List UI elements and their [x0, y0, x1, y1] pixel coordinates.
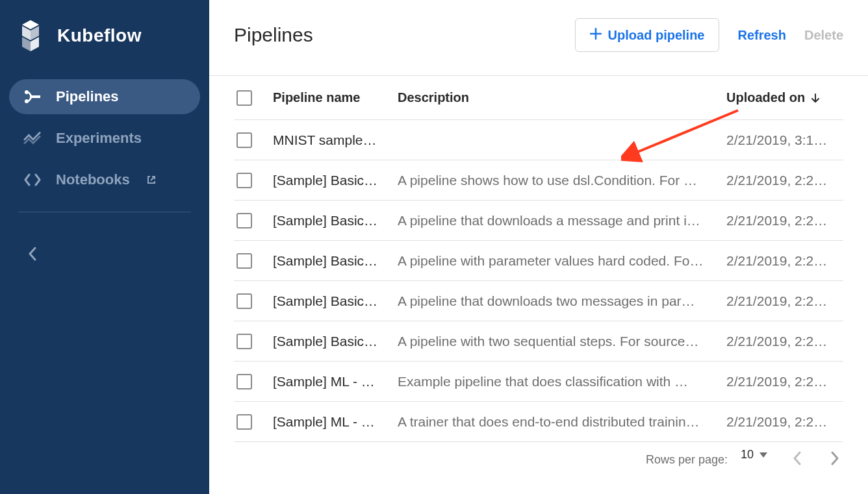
pipeline-uploaded-cell: 2/21/2019, 2:2…	[726, 334, 843, 349]
pipeline-description-cell: A pipeline shows how to use dsl.Conditio…	[398, 173, 726, 188]
pipeline-uploaded-cell: 2/21/2019, 2:2…	[726, 374, 843, 389]
pipeline-description-cell: A trainer that does end-to-end distribut…	[398, 414, 726, 430]
table-row[interactable]: [Sample] Basic… A pipeline shows how to …	[234, 160, 843, 201]
plus-icon	[590, 27, 602, 43]
sidebar-divider	[18, 212, 191, 212]
pipelines-icon	[23, 89, 42, 105]
table-row[interactable]: MNIST sample… 2/21/2019, 3:1…	[234, 120, 843, 160]
next-page-button[interactable]	[830, 451, 839, 469]
row-checkbox[interactable]	[236, 414, 252, 430]
pipeline-name-cell: [Sample] Basic…	[273, 334, 398, 349]
select-all-checkbox[interactable]	[236, 90, 252, 106]
pagination: Rows per page: 10	[209, 442, 868, 469]
pipeline-uploaded-cell: 2/21/2019, 2:2…	[726, 173, 843, 188]
sidebar-item-experiments[interactable]: Experiments	[9, 121, 200, 156]
pipeline-uploaded-cell: 2/21/2019, 2:2…	[726, 213, 843, 228]
toolbar-actions: Upload pipeline Refresh Delete	[575, 18, 843, 52]
pipeline-name-cell: MNIST sample…	[273, 132, 398, 148]
sort-descending-icon	[810, 93, 821, 103]
table-row[interactable]: [Sample] Basic… A pipeline that download…	[234, 281, 843, 321]
kubeflow-logo-icon	[13, 18, 48, 53]
collapse-sidebar-button[interactable]	[23, 245, 42, 263]
pipeline-name-cell: [Sample] Basic…	[273, 173, 398, 188]
column-header-uploaded-label: Uploaded on	[726, 90, 805, 105]
pipeline-uploaded-cell: 2/21/2019, 3:1…	[726, 132, 843, 148]
rows-per-page-select[interactable]: 10	[741, 448, 768, 462]
svg-point-6	[25, 90, 29, 94]
delete-button[interactable]: Delete	[804, 28, 843, 43]
row-checkbox[interactable]	[236, 374, 252, 389]
rows-per-page-value: 10	[741, 448, 754, 462]
sidebar-item-label: Experiments	[56, 130, 142, 147]
prev-page-button[interactable]	[793, 451, 802, 469]
topbar: Pipelines Upload pipeline Refresh Delete	[209, 0, 868, 75]
column-header-name[interactable]: Pipeline name	[273, 90, 398, 105]
page-arrows	[793, 451, 839, 469]
svg-marker-9	[760, 452, 767, 458]
table-row[interactable]: [Sample] ML - … A trainer that does end-…	[234, 402, 843, 442]
brand-name: Kubeflow	[57, 25, 142, 46]
table-header-row: Pipeline name Description Uploaded on	[234, 76, 843, 120]
upload-button-label: Upload pipeline	[608, 28, 705, 43]
column-header-uploaded[interactable]: Uploaded on	[726, 90, 843, 105]
pipeline-description-cell: Example pipeline that does classificatio…	[398, 374, 726, 389]
table-row[interactable]: [Sample] Basic… A pipeline that download…	[234, 201, 843, 241]
table-row[interactable]: [Sample] Basic… A pipeline with two sequ…	[234, 321, 843, 362]
external-link-icon	[147, 171, 156, 188]
sidebar-item-label: Pipelines	[56, 88, 119, 105]
rows-per-page: Rows per page: 10	[646, 453, 768, 467]
pipeline-description-cell: A pipeline that downloads two messages i…	[398, 293, 726, 309]
pipeline-name-cell: [Sample] Basic…	[273, 293, 398, 309]
pipeline-name-cell: [Sample] ML - …	[273, 374, 398, 389]
pipeline-description-cell: A pipeline that downloads a message and …	[398, 213, 726, 228]
sidebar-item-label: Notebooks	[56, 171, 130, 188]
dropdown-caret-icon	[759, 448, 768, 462]
pipeline-name-cell: [Sample] Basic…	[273, 253, 398, 269]
row-checkbox[interactable]	[236, 334, 252, 349]
upload-pipeline-button[interactable]: Upload pipeline	[575, 18, 720, 52]
sidebar-nav: Pipelines Experiments Notebooks	[0, 79, 209, 197]
page-title: Pipelines	[234, 24, 313, 46]
column-header-description[interactable]: Description	[398, 90, 726, 105]
sidebar: Kubeflow Pipelines Experiments	[0, 0, 209, 494]
main-content: Pipelines Upload pipeline Refresh Delete…	[209, 0, 868, 494]
notebooks-icon	[23, 172, 42, 188]
row-checkbox[interactable]	[236, 213, 252, 228]
pipelines-table: Pipeline name Description Uploaded on MN…	[209, 76, 868, 442]
sidebar-item-notebooks[interactable]: Notebooks	[9, 162, 200, 197]
svg-point-7	[25, 99, 29, 103]
table-row[interactable]: [Sample] ML - … Example pipeline that do…	[234, 362, 843, 402]
pipeline-uploaded-cell: 2/21/2019, 2:2…	[726, 293, 843, 309]
brand: Kubeflow	[0, 18, 209, 79]
pipeline-description-cell: A pipeline with two sequential steps. Fo…	[398, 334, 726, 349]
pipeline-uploaded-cell: 2/21/2019, 2:2…	[726, 253, 843, 269]
row-checkbox[interactable]	[236, 132, 252, 148]
sidebar-item-pipelines[interactable]: Pipelines	[9, 79, 200, 114]
pipeline-uploaded-cell: 2/21/2019, 2:2…	[726, 414, 843, 430]
refresh-button[interactable]: Refresh	[737, 28, 785, 43]
row-checkbox[interactable]	[236, 293, 252, 309]
experiments-icon	[23, 130, 42, 146]
pipeline-name-cell: [Sample] ML - …	[273, 414, 398, 430]
table-row[interactable]: [Sample] Basic… A pipeline with paramete…	[234, 241, 843, 281]
row-checkbox[interactable]	[236, 173, 252, 188]
row-checkbox[interactable]	[236, 253, 252, 269]
rows-per-page-label: Rows per page:	[646, 453, 728, 467]
pipeline-name-cell: [Sample] Basic…	[273, 213, 398, 228]
pipeline-description-cell: A pipeline with parameter values hard co…	[398, 253, 726, 269]
